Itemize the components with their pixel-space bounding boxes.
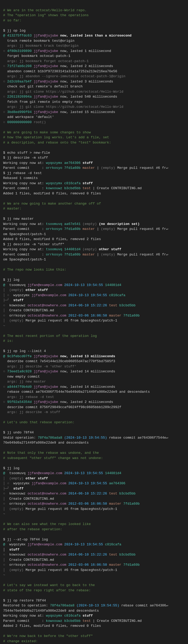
terminal-output: # We are in the octocat/Hello-World repo…	[3, 3, 185, 644]
